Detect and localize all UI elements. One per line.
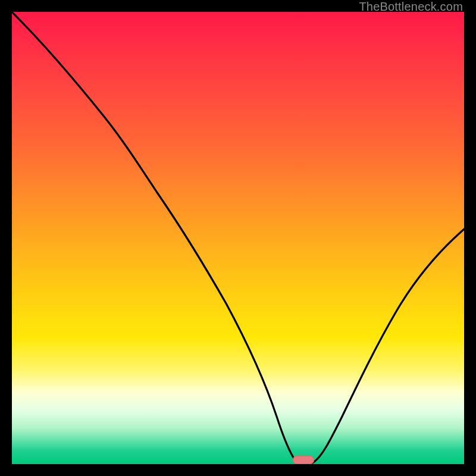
plot-area bbox=[12, 12, 464, 464]
optimal-marker bbox=[293, 456, 314, 464]
chart-frame: TheBottleneck.com bbox=[0, 0, 476, 476]
bottleneck-curve bbox=[12, 12, 464, 464]
watermark-text: TheBottleneck.com bbox=[359, 0, 463, 14]
curve-path bbox=[12, 12, 464, 463]
